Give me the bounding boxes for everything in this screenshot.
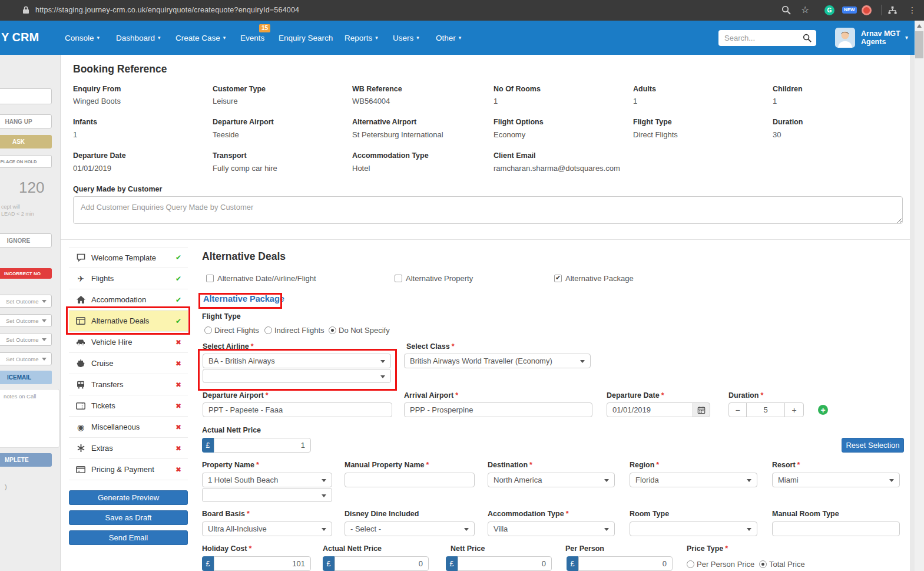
sidebar-item-tickets[interactable]: Tickets ✖ — [69, 395, 188, 417]
send-email-button[interactable]: Send Email — [69, 530, 188, 545]
manual-room-type-input[interactable] — [772, 522, 900, 536]
per-person-input[interactable] — [578, 556, 673, 571]
search-icon[interactable] — [803, 34, 812, 42]
accommodation-type-select[interactable]: Villa — [488, 522, 615, 536]
label-text: Price Type — [687, 544, 728, 553]
departure-airport-input[interactable] — [203, 402, 392, 417]
departure-date-label: Departure Date — [607, 391, 664, 400]
sidebar-item-vehicle-hire[interactable]: Vehicle Hire ✖ — [69, 332, 188, 353]
sidebar-item-pricing-payment[interactable]: Pricing & Payment ✖ — [69, 459, 188, 480]
sidebar-item-cruise[interactable]: Cruise ✖ — [69, 353, 188, 374]
complete-button[interactable]: MPLETE — [0, 453, 52, 467]
place-on-hold-button[interactable]: PLACE ON HOLD — [0, 155, 52, 168]
sidebar-item-welcome-template[interactable]: Welcome Template ✔ — [69, 247, 188, 268]
save-as-draft-button[interactable]: Save as Draft — [69, 510, 188, 525]
reset-selection-button[interactable]: Reset Selection — [842, 438, 904, 453]
grammarly-extension-icon[interactable]: G — [824, 5, 834, 15]
incorrect-no-button[interactable]: INCORRECT NO — [0, 268, 52, 279]
sidebar-item-extras[interactable]: Extras ✖ — [69, 438, 188, 459]
bookmark-star-icon[interactable]: ☆ — [801, 4, 809, 15]
duration-plus-button[interactable]: + — [784, 402, 804, 417]
red-extension-icon[interactable] — [862, 5, 872, 15]
scrollbar-track[interactable] — [915, 21, 924, 571]
url-bar[interactable]: https://staging.journey-crm.co.uk/enquir… — [35, 6, 299, 14]
query-textarea[interactable] — [73, 196, 903, 224]
label-text: Select Class — [406, 342, 455, 351]
chevron-down-icon: ▾ — [459, 35, 462, 41]
currency-addon: £ — [567, 556, 578, 571]
set-outcome-select-3[interactable]: Set Outcome — [0, 333, 52, 346]
sidebar-item-accommodation[interactable]: Accommodation ✔ — [69, 289, 188, 311]
airline-select-secondary[interactable] — [203, 369, 391, 383]
user-menu[interactable]: Arnav MGT Agents — [861, 29, 900, 46]
nav-users[interactable]: Users▾ — [393, 21, 419, 55]
set-outcome-select-4[interactable]: Set Outcome — [0, 352, 52, 365]
nett-price-input[interactable] — [458, 556, 552, 571]
airline-select[interactable]: BA - British Airways — [203, 354, 391, 368]
chevron-down-icon[interactable]: ▾ — [905, 34, 908, 41]
nav-label: Enquiry Search — [279, 34, 333, 42]
do-not-specify-radio[interactable] — [329, 326, 336, 334]
duration-minus-button[interactable]: − — [728, 402, 747, 417]
sidebar-item-miscellaneous[interactable]: ◉ Miscellaneous ✖ — [69, 417, 188, 438]
nav-console[interactable]: Console▾ — [65, 21, 100, 55]
resort-select[interactable]: Miami — [772, 473, 900, 487]
board-basis-select[interactable]: Ultra All-Inclusive — [202, 522, 332, 536]
set-outcome-select-2[interactable]: Set Outcome — [0, 314, 52, 327]
calendar-icon[interactable] — [693, 402, 710, 417]
holiday-cost-label: Holiday Cost — [202, 544, 251, 553]
indirect-flights-radio[interactable] — [264, 326, 272, 334]
region-select[interactable]: Florida — [630, 473, 757, 487]
select-value: British Airways World Traveller (Economy… — [410, 357, 552, 365]
alternative-package-heading: Alternative Package — [203, 294, 284, 303]
room-type-select[interactable] — [630, 522, 757, 536]
task-button[interactable]: ASK — [0, 135, 52, 148]
alt-property-checkbox[interactable] — [395, 275, 402, 282]
nav-dashboard[interactable]: Dashboard▾ — [116, 21, 161, 55]
new-extension-badge[interactable]: NEW — [842, 6, 857, 14]
phone-top-button[interactable] — [0, 88, 52, 104]
hang-up-button[interactable]: HANG UP — [0, 114, 52, 128]
nav-other[interactable]: Other▾ — [436, 21, 461, 55]
direct-flights-radio[interactable] — [204, 326, 212, 334]
brand-logo[interactable]: Y CRM — [1, 31, 39, 44]
browser-extension-icon[interactable] — [888, 6, 897, 15]
departure-date-input[interactable] — [607, 402, 693, 417]
sidebar-item-transfers[interactable]: Transfers ✖ — [69, 374, 188, 395]
per-person-price-radio[interactable] — [687, 560, 694, 568]
ignore-button[interactable]: IGNORE — [0, 233, 52, 247]
holiday-cost-input[interactable] — [214, 556, 311, 571]
sidebar-item-alternative-deals[interactable]: Alternative Deals ✔ — [69, 311, 188, 332]
set-outcome-select-1[interactable]: Set Outcome — [0, 295, 52, 308]
add-row-icon[interactable] — [818, 405, 828, 415]
actual-nett-price-input[interactable] — [214, 438, 311, 453]
alt-package-checkbox[interactable] — [554, 275, 562, 282]
actual-nett-price2-input[interactable] — [335, 556, 429, 571]
scrollbar-up-arrow[interactable] — [917, 24, 922, 28]
property-name-select[interactable]: 1 Hotel South Beach — [202, 473, 332, 487]
call-notes-box[interactable]: notes on Call — [0, 389, 59, 448]
alt-date-airline-flight-checkbox[interactable] — [206, 275, 214, 282]
voicemail-button[interactable]: ICEMAIL — [0, 371, 52, 384]
scrollbar-thumb[interactable] — [915, 31, 923, 58]
arrival-airport-input[interactable] — [404, 402, 592, 417]
field-label: Flight Options — [494, 118, 544, 126]
sidebar-item-flights[interactable]: ✈ Flights ✔ — [69, 268, 188, 289]
disney-dine-select[interactable]: - Select - — [345, 522, 475, 536]
property-name-select-secondary[interactable] — [202, 488, 332, 502]
avatar[interactable] — [835, 28, 855, 48]
manual-property-name-input[interactable] — [345, 473, 475, 487]
generate-preview-button[interactable]: Generate Preview — [69, 490, 188, 505]
search-icon[interactable] — [781, 5, 791, 15]
field-label: Infants — [73, 118, 97, 126]
destination-select[interactable]: North America — [488, 473, 615, 487]
search-input[interactable] — [718, 30, 816, 46]
nav-create-case[interactable]: Create Case▾ — [175, 21, 226, 55]
total-price-radio[interactable] — [759, 560, 767, 568]
disney-dine-label: Disney Dine Included — [345, 510, 419, 518]
class-select[interactable]: British Airways World Traveller (Economy… — [404, 354, 591, 368]
nav-reports[interactable]: Reports▾ — [345, 21, 378, 55]
sidebar-item-label: Alternative Deals — [91, 316, 149, 325]
nav-enquiry-search[interactable]: Enquiry Search — [279, 21, 333, 55]
browser-menu-icon[interactable]: ⋮ — [908, 5, 916, 15]
